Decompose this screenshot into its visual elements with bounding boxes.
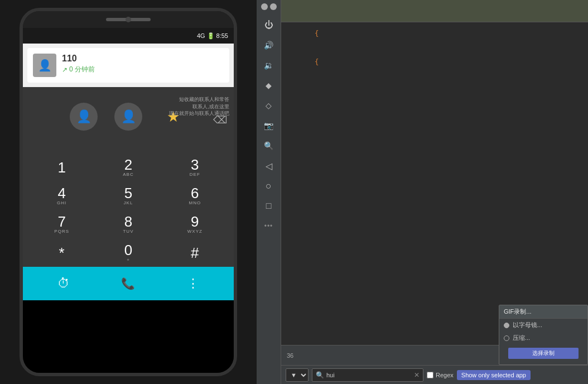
arrow-icon: ↗: [62, 66, 68, 74]
search-input[interactable]: [326, 372, 412, 378]
context-menu-item-2[interactable]: 压缩...: [499, 332, 587, 344]
notification-avatar: 👤: [33, 54, 56, 77]
search-clear-button[interactable]: ✕: [414, 371, 420, 379]
notification-area: 👤 110 ↗ 0 分钟前: [23, 44, 234, 87]
show-selected-app-button[interactable]: Show only selected app: [457, 370, 531, 380]
context-item-label-2: 压缩...: [513, 334, 530, 342]
call-icon[interactable]: 📞: [117, 272, 139, 295]
dial-key-9[interactable]: 9 WXYZ: [162, 210, 228, 238]
volume-down-icon: 🔉: [264, 61, 273, 70]
dial-key-1[interactable]: 1: [28, 153, 95, 181]
dial-key-0[interactable]: 0 +: [95, 238, 161, 267]
backspace-button[interactable]: ⌫: [213, 114, 227, 126]
dial-key-7[interactable]: 7 PQRS: [28, 210, 95, 238]
phone-camera: [126, 17, 131, 22]
line-number: 36: [287, 352, 293, 359]
dial-key-3[interactable]: 3 DEF: [162, 153, 228, 181]
back-button[interactable]: ◁: [259, 156, 278, 175]
ide-header: [281, 0, 588, 22]
power-button[interactable]: ⏻: [259, 16, 278, 35]
regex-label: Regex: [436, 372, 454, 378]
more-button[interactable]: •••: [259, 217, 278, 236]
dial-key-4[interactable]: 4 GHI: [28, 181, 95, 210]
dial-key-star[interactable]: *: [28, 238, 95, 267]
zoom-in-icon: 🔍: [264, 141, 273, 150]
dialpad-grid: 1 2 ABC 3 DEF 4 GHI: [23, 153, 234, 267]
dial-key-6[interactable]: 6 MNO: [162, 181, 228, 210]
radio-icon-1: [504, 323, 509, 328]
zoom-in-button[interactable]: 🔍: [259, 136, 278, 155]
volume-up-icon: 🔊: [264, 41, 273, 50]
window-controls: [261, 3, 277, 10]
recents-button[interactable]: □: [259, 196, 278, 215]
time-ago: 0 分钟前: [69, 65, 95, 74]
dialpad-overlay: 👤 👤 ★ 短收藏的联系人和常答 联系人,或在这里 现在就开始与联系人通话吧 ⌫…: [23, 87, 234, 267]
camera-icon: 📷: [264, 121, 273, 130]
home-button[interactable]: ○: [259, 176, 278, 195]
phone-bottom-bar: ⏱ 📞 ⋮: [23, 267, 234, 300]
context-action-button[interactable]: 选择录制: [508, 348, 579, 359]
volume-down-button[interactable]: 🔉: [259, 56, 278, 75]
phone-panel: 4G 🔋 8:55 👤 110 ↗ 0 分钟前: [0, 0, 257, 384]
square-icon: □: [266, 201, 272, 211]
overlay-line1: 短收藏的联系人和常答: [169, 96, 229, 103]
ide-toolbar-strip: ⏻ 🔊 🔉 ◆ ◇ 📷 🔍 ◁ ○ □ •••: [257, 0, 281, 384]
minimize-button[interactable]: [261, 3, 268, 10]
context-menu-header: GIF录制...: [499, 305, 587, 319]
dial-avatar-1: 👤: [70, 103, 98, 131]
context-popup: GIF录制... 以字母镜... 压缩... 选择录制: [499, 305, 588, 365]
status-icons: 4G 🔋 8:55: [197, 32, 228, 40]
diamond-button[interactable]: ◆: [259, 76, 278, 95]
recent-apps-icon[interactable]: ⏱: [57, 276, 70, 291]
context-item-label-1: 以字母镜...: [513, 321, 542, 329]
battery-icon: 🔋: [207, 32, 215, 40]
ide-main-content: { { 36 ▼ 🔍 ✕ Regex Show on: [281, 0, 588, 384]
caller-number: 110: [62, 54, 224, 64]
search-bar: ▼ 🔍 ✕ Regex Show only selected app GIF录制…: [281, 365, 588, 384]
context-menu-item-1[interactable]: 以字母镜...: [499, 319, 587, 332]
dial-key-8[interactable]: 8 TUV: [95, 210, 161, 238]
eraser-button[interactable]: ◇: [259, 96, 278, 115]
notification-card[interactable]: 👤 110 ↗ 0 分钟前: [27, 48, 229, 83]
diamond-icon: ◆: [266, 81, 272, 90]
phone-device: 4G 🔋 8:55 👤 110 ↗ 0 分钟前: [20, 8, 237, 376]
more-icon: •••: [264, 222, 273, 230]
back-icon: ◁: [266, 161, 272, 171]
home-icon: ○: [266, 180, 272, 192]
clock: 8:55: [216, 32, 228, 39]
signal-icon: 4G: [197, 32, 205, 39]
notification-time: ↗ 0 分钟前: [62, 65, 224, 74]
menu-icon[interactable]: ⋮: [187, 276, 199, 291]
overlay-line2: 联系人,或在这里: [169, 103, 229, 111]
code-line-1: {: [290, 28, 579, 40]
power-icon: ⏻: [264, 20, 273, 30]
dial-key-hash[interactable]: #: [162, 238, 228, 267]
phone-screen: 4G 🔋 8:55 👤 110 ↗ 0 分钟前: [23, 28, 234, 373]
volume-up-button[interactable]: 🔊: [259, 36, 278, 55]
dial-key-5[interactable]: 5 JKL: [95, 181, 161, 210]
ide-code-area[interactable]: { {: [281, 22, 588, 345]
dial-key-2[interactable]: 2 ABC: [95, 153, 161, 181]
regex-checkbox[interactable]: [427, 372, 433, 378]
avatar-icon: 👤: [38, 59, 52, 72]
ide-panel: ⏻ 🔊 🔉 ◆ ◇ 📷 🔍 ◁ ○ □ •••: [257, 0, 588, 384]
close-button[interactable]: [270, 3, 277, 10]
search-input-wrap: 🔍 ✕: [312, 368, 423, 382]
dialpad-user-area: 👤 👤 ★ 短收藏的联系人和常答 联系人,或在这里 现在就开始与联系人通话吧 ⌫: [23, 92, 234, 153]
radio-icon-2: [504, 335, 509, 341]
context-action-wrap: 选择录制: [499, 344, 587, 364]
search-icon: 🔍: [316, 371, 324, 379]
code-line-2: {: [290, 56, 579, 68]
phone-top-bar: [23, 11, 234, 28]
eraser-icon: ◇: [266, 101, 272, 110]
regex-toggle[interactable]: Regex: [427, 372, 454, 378]
status-bar: 4G 🔋 8:55: [23, 28, 234, 44]
notification-content: 110 ↗ 0 分钟前: [62, 54, 224, 74]
camera-button[interactable]: 📷: [259, 116, 278, 135]
search-dropdown[interactable]: ▼: [286, 368, 309, 382]
dial-avatar-main: 👤: [114, 103, 142, 131]
